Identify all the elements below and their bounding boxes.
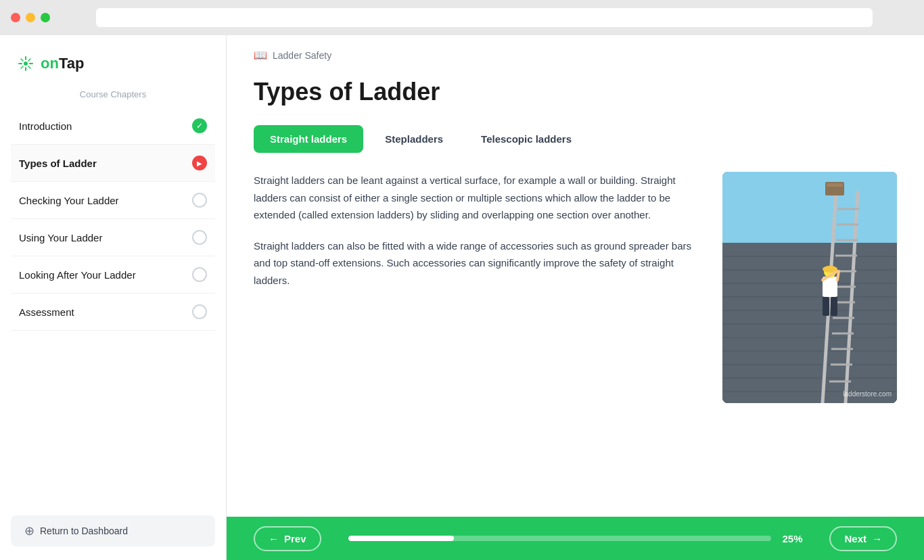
chapter-icon-assessment (192, 304, 207, 319)
chapter-icon-introduction: ✓ (192, 118, 207, 133)
progress-bar-fill (348, 536, 454, 541)
ladder-image-container: ladderstore.com (722, 172, 897, 403)
sidebar-item-introduction[interactable]: Introduction ✓ (11, 108, 215, 145)
svg-line-42 (837, 271, 839, 280)
content-grid: Straight ladders can be leant against a … (254, 172, 897, 403)
text-content: Straight ladders can be leant against a … (254, 172, 701, 403)
chapter-label-assessment: Assessment (19, 306, 74, 318)
return-icon: ⊕ (24, 523, 34, 538)
content-area: Types of Ladder Straight ladders Steplad… (227, 67, 924, 517)
chapter-icon-looking-after-your-ladder (192, 267, 207, 282)
svg-rect-10 (722, 243, 897, 403)
chapter-label-using-your-ladder: Using Your Ladder (19, 232, 102, 243)
bottom-bar: ← Prev 25% Next → (227, 517, 924, 560)
sidebar-item-checking-your-ladder[interactable]: Checking Your Ladder (11, 182, 215, 219)
play-icon: ▶ (197, 160, 202, 167)
sidebar-item-assessment[interactable]: Assessment (11, 294, 215, 331)
page-title: Types of Ladder (254, 78, 897, 106)
breadcrumb-text: Ladder Safety (273, 50, 331, 61)
chapter-icon-checking-your-ladder (192, 193, 207, 208)
chapter-label-introduction: Introduction (19, 120, 72, 132)
sidebar-item-types-of-ladder[interactable]: Types of Ladder ▶ (11, 145, 215, 182)
tab-straight-ladders[interactable]: Straight ladders (254, 125, 363, 153)
tab-telescopic-ladders[interactable]: Telescopic ladders (465, 125, 588, 153)
prev-arrow-icon: ← (269, 533, 279, 544)
traffic-light-red[interactable] (11, 13, 20, 22)
svg-point-0 (24, 62, 28, 66)
chapter-label-looking-after-your-ladder: Looking After Your Ladder (19, 269, 136, 281)
svg-line-8 (21, 66, 23, 68)
progress-percent: 25% (782, 533, 802, 544)
return-to-dashboard-button[interactable]: ⊕ Return to Dashboard (11, 515, 215, 546)
return-dashboard-label: Return to Dashboard (40, 526, 128, 536)
chapter-list: Introduction ✓ Types of Ladder ▶ Checkin… (0, 108, 226, 502)
breadcrumb: 📖 Ladder Safety (227, 35, 924, 67)
paragraph-2: Straight ladders can also be fitted with… (254, 237, 701, 289)
logo: onTap (0, 35, 226, 87)
svg-rect-37 (823, 297, 829, 316)
svg-rect-9 (722, 172, 897, 246)
breadcrumb-icon: 📖 (254, 49, 267, 62)
svg-rect-44 (827, 183, 843, 187)
svg-line-7 (28, 59, 30, 61)
traffic-light-green[interactable] (41, 13, 50, 22)
next-arrow-icon: → (872, 533, 882, 544)
logo-icon (16, 54, 35, 73)
checkmark-icon: ✓ (196, 121, 203, 131)
prev-button[interactable]: ← Prev (254, 526, 321, 551)
tabs-row: Straight ladders Stepladders Telescopic … (254, 125, 897, 153)
app-body: onTap Course Chapters Introduction ✓ Typ… (0, 35, 924, 560)
ladder-illustration (722, 172, 897, 403)
titlebar (0, 0, 924, 35)
course-chapters-label: Course Chapters (0, 87, 226, 108)
chapter-label-checking-your-ladder: Checking Your Ladder (19, 195, 119, 206)
progress-bar-background (348, 536, 772, 541)
tab-stepladders[interactable]: Stepladders (369, 125, 459, 153)
main-content: 📖 Ladder Safety Types of Ladder Straight… (227, 35, 924, 560)
chapter-label-types-of-ladder: Types of Ladder (19, 158, 97, 169)
svg-line-6 (28, 66, 30, 68)
svg-line-5 (21, 59, 23, 61)
sidebar: onTap Course Chapters Introduction ✓ Typ… (0, 35, 227, 560)
sidebar-item-using-your-ladder[interactable]: Using Your Ladder (11, 219, 215, 256)
image-credit: ladderstore.com (843, 390, 892, 398)
next-label: Next (844, 533, 867, 544)
progress-area: 25% (321, 533, 830, 544)
url-bar[interactable] (96, 8, 873, 27)
paragraph-1: Straight ladders can be leant against a … (254, 172, 701, 224)
chapter-icon-using-your-ladder (192, 230, 207, 245)
logo-text: onTap (41, 55, 84, 72)
traffic-light-yellow[interactable] (26, 13, 35, 22)
sidebar-item-looking-after-your-ladder[interactable]: Looking After Your Ladder (11, 256, 215, 294)
chapter-icon-types-of-ladder: ▶ (192, 156, 207, 170)
svg-rect-38 (831, 297, 837, 316)
prev-label: Prev (284, 533, 306, 544)
next-button[interactable]: Next → (829, 526, 897, 551)
